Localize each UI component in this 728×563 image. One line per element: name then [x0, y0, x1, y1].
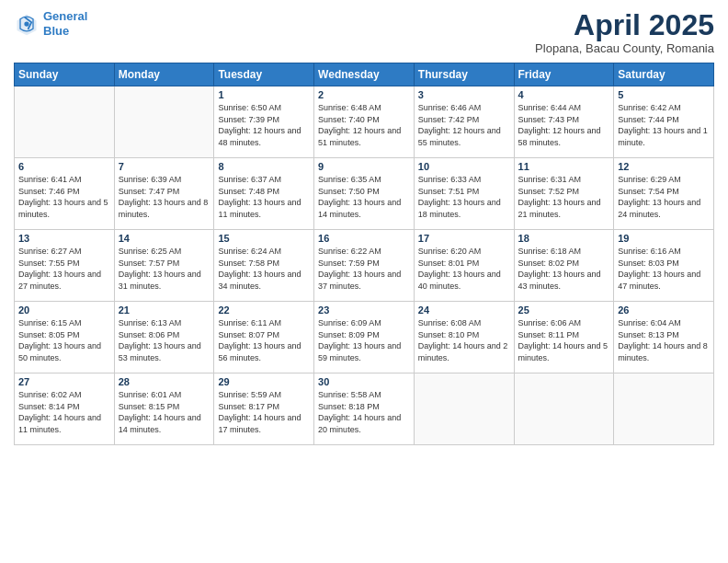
day-info: Sunrise: 6:08 AMSunset: 8:10 PMDaylight:… — [418, 318, 508, 362]
day-info: Sunrise: 6:22 AMSunset: 7:59 PMDaylight:… — [318, 247, 401, 291]
day-number: 26 — [618, 304, 710, 316]
logo: General Blue — [14, 9, 87, 38]
calendar-cell — [15, 86, 115, 158]
day-info: Sunrise: 6:46 AMSunset: 7:42 PMDaylight:… — [418, 103, 501, 147]
day-info: Sunrise: 6:29 AMSunset: 7:54 PMDaylight:… — [618, 175, 700, 219]
calendar-cell — [414, 373, 514, 445]
day-info: Sunrise: 6:24 AMSunset: 7:58 PMDaylight:… — [218, 247, 301, 291]
calendar-cell: 9 Sunrise: 6:35 AMSunset: 7:50 PMDayligh… — [314, 158, 415, 230]
calendar-week-4: 27 Sunrise: 6:02 AMSunset: 8:14 PMDaylig… — [15, 373, 714, 445]
day-number: 9 — [318, 161, 410, 172]
calendar-cell: 4 Sunrise: 6:44 AMSunset: 7:43 PMDayligh… — [514, 86, 614, 158]
logo-text: General Blue — [43, 9, 87, 38]
day-info: Sunrise: 6:44 AMSunset: 7:43 PMDaylight:… — [518, 103, 601, 147]
calendar-cell: 16 Sunrise: 6:22 AMSunset: 7:59 PMDaylig… — [314, 230, 415, 302]
day-number: 14 — [119, 233, 210, 244]
calendar-cell — [614, 373, 714, 445]
day-number: 1 — [218, 89, 310, 100]
calendar-cell: 7 Sunrise: 6:39 AMSunset: 7:47 PMDayligh… — [114, 158, 214, 230]
day-number: 11 — [518, 161, 610, 172]
col-saturday: Saturday — [614, 63, 714, 86]
calendar-cell: 10 Sunrise: 6:33 AMSunset: 7:51 PMDaylig… — [414, 158, 514, 230]
calendar-cell: 25 Sunrise: 6:06 AMSunset: 8:11 PMDaylig… — [514, 302, 614, 373]
col-friday: Friday — [514, 63, 614, 86]
calendar-cell: 18 Sunrise: 6:18 AMSunset: 8:02 PMDaylig… — [514, 230, 614, 302]
day-info: Sunrise: 6:16 AMSunset: 8:03 PMDaylight:… — [618, 247, 700, 291]
calendar-cell: 15 Sunrise: 6:24 AMSunset: 7:58 PMDaylig… — [214, 230, 314, 302]
calendar-cell: 21 Sunrise: 6:13 AMSunset: 8:06 PMDaylig… — [114, 302, 214, 373]
calendar-cell: 5 Sunrise: 6:42 AMSunset: 7:44 PMDayligh… — [614, 86, 714, 158]
day-info: Sunrise: 6:20 AMSunset: 8:01 PMDaylight:… — [418, 247, 501, 291]
day-number: 18 — [518, 233, 610, 244]
subtitle: Plopana, Bacau County, Romania — [535, 41, 714, 55]
day-info: Sunrise: 6:25 AMSunset: 7:57 PMDaylight:… — [119, 247, 201, 291]
day-info: Sunrise: 5:58 AMSunset: 8:18 PMDaylight:… — [318, 390, 401, 434]
col-monday: Monday — [114, 63, 214, 86]
col-wednesday: Wednesday — [314, 63, 415, 86]
day-number: 13 — [18, 233, 110, 244]
calendar-cell: 20 Sunrise: 6:15 AMSunset: 8:05 PMDaylig… — [15, 302, 115, 373]
day-number: 30 — [318, 376, 410, 387]
day-info: Sunrise: 6:13 AMSunset: 8:06 PMDaylight:… — [119, 318, 201, 362]
calendar-week-1: 6 Sunrise: 6:41 AMSunset: 7:46 PMDayligh… — [15, 158, 714, 230]
calendar-cell: 6 Sunrise: 6:41 AMSunset: 7:46 PMDayligh… — [15, 158, 115, 230]
day-number: 29 — [218, 376, 310, 387]
calendar-cell: 23 Sunrise: 6:09 AMSunset: 8:09 PMDaylig… — [314, 302, 415, 373]
day-number: 23 — [318, 304, 410, 316]
day-info: Sunrise: 6:06 AMSunset: 8:11 PMDaylight:… — [518, 318, 609, 362]
header-row: Sunday Monday Tuesday Wednesday Thursday… — [15, 63, 714, 86]
calendar-cell — [114, 86, 214, 158]
day-number: 28 — [119, 376, 210, 387]
calendar-week-2: 13 Sunrise: 6:27 AMSunset: 7:55 PMDaylig… — [15, 230, 714, 302]
day-info: Sunrise: 6:11 AMSunset: 8:07 PMDaylight:… — [218, 318, 301, 362]
day-info: Sunrise: 5:59 AMSunset: 8:17 PMDaylight:… — [218, 390, 301, 434]
calendar-table: Sunday Monday Tuesday Wednesday Thursday… — [14, 63, 714, 445]
day-info: Sunrise: 6:39 AMSunset: 7:47 PMDaylight:… — [119, 175, 209, 219]
day-info: Sunrise: 6:18 AMSunset: 8:02 PMDaylight:… — [518, 247, 601, 291]
calendar-cell: 17 Sunrise: 6:20 AMSunset: 8:01 PMDaylig… — [414, 230, 514, 302]
calendar-week-3: 20 Sunrise: 6:15 AMSunset: 8:05 PMDaylig… — [15, 302, 714, 373]
day-number: 7 — [119, 161, 210, 172]
main-title: April 2025 — [535, 9, 714, 41]
logo-blue: Blue — [43, 24, 69, 38]
title-block: April 2025 Plopana, Bacau County, Romani… — [535, 9, 714, 55]
day-info: Sunrise: 6:50 AMSunset: 7:39 PMDaylight:… — [218, 103, 301, 147]
day-info: Sunrise: 6:33 AMSunset: 7:51 PMDaylight:… — [418, 175, 501, 219]
day-number: 2 — [318, 89, 410, 100]
calendar-cell: 28 Sunrise: 6:01 AMSunset: 8:15 PMDaylig… — [114, 373, 214, 445]
day-number: 10 — [418, 161, 510, 172]
calendar-week-0: 1 Sunrise: 6:50 AMSunset: 7:39 PMDayligh… — [15, 86, 714, 158]
calendar-cell: 26 Sunrise: 6:04 AMSunset: 8:13 PMDaylig… — [614, 302, 714, 373]
calendar-cell: 22 Sunrise: 6:11 AMSunset: 8:07 PMDaylig… — [214, 302, 314, 373]
calendar-cell: 24 Sunrise: 6:08 AMSunset: 8:10 PMDaylig… — [414, 302, 514, 373]
calendar-cell: 3 Sunrise: 6:46 AMSunset: 7:42 PMDayligh… — [414, 86, 514, 158]
page: General Blue April 2025 Plopana, Bacau C… — [0, 0, 728, 563]
day-info: Sunrise: 6:42 AMSunset: 7:44 PMDaylight:… — [618, 103, 708, 147]
day-number: 17 — [418, 233, 510, 244]
logo-general: General — [43, 9, 87, 23]
day-number: 27 — [18, 376, 110, 387]
day-number: 20 — [18, 304, 110, 316]
logo-icon — [14, 11, 40, 37]
day-info: Sunrise: 6:31 AMSunset: 7:52 PMDaylight:… — [518, 175, 601, 219]
day-info: Sunrise: 6:15 AMSunset: 8:05 PMDaylight:… — [18, 318, 101, 362]
calendar-cell: 1 Sunrise: 6:50 AMSunset: 7:39 PMDayligh… — [214, 86, 314, 158]
calendar-cell: 19 Sunrise: 6:16 AMSunset: 8:03 PMDaylig… — [614, 230, 714, 302]
day-info: Sunrise: 6:41 AMSunset: 7:46 PMDaylight:… — [18, 175, 108, 219]
day-number: 21 — [119, 304, 210, 316]
day-info: Sunrise: 6:27 AMSunset: 7:55 PMDaylight:… — [18, 247, 101, 291]
col-thursday: Thursday — [414, 63, 514, 86]
col-tuesday: Tuesday — [214, 63, 314, 86]
day-info: Sunrise: 6:35 AMSunset: 7:50 PMDaylight:… — [318, 175, 401, 219]
svg-point-1 — [24, 21, 28, 26]
calendar-cell — [514, 373, 614, 445]
day-number: 16 — [318, 233, 410, 244]
calendar-cell: 11 Sunrise: 6:31 AMSunset: 7:52 PMDaylig… — [514, 158, 614, 230]
day-number: 4 — [518, 89, 610, 100]
calendar-cell: 27 Sunrise: 6:02 AMSunset: 8:14 PMDaylig… — [15, 373, 115, 445]
col-sunday: Sunday — [15, 63, 115, 86]
day-number: 5 — [618, 89, 710, 100]
day-number: 8 — [218, 161, 310, 172]
day-info: Sunrise: 6:48 AMSunset: 7:40 PMDaylight:… — [318, 103, 401, 147]
day-info: Sunrise: 6:37 AMSunset: 7:48 PMDaylight:… — [218, 175, 301, 219]
